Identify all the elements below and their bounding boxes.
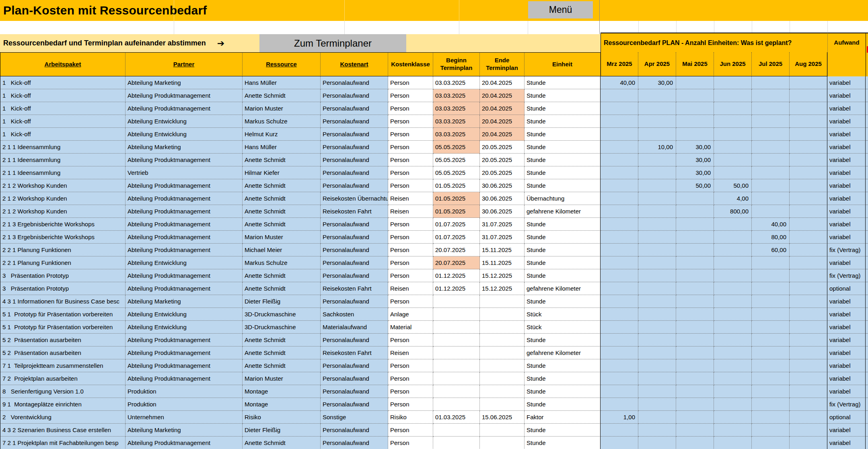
cell-arbeitspaket[interactable]: 3 Präsentation Prototyp (0, 269, 125, 282)
cell-monat-wert[interactable] (676, 115, 714, 128)
cell-monat-wert[interactable] (752, 346, 790, 359)
cell-monat-wert[interactable]: 80,00 (752, 231, 790, 244)
cell-ressource[interactable]: Marion Muster (243, 102, 321, 115)
cell-monat-wert[interactable] (752, 154, 790, 166)
cell-aufwand[interactable]: variabel (827, 128, 866, 141)
cell-monat-wert[interactable] (676, 398, 714, 411)
cell-kostenklasse[interactable]: Person (388, 334, 433, 346)
cell-ressource[interactable]: Anette Schmidt (243, 89, 321, 102)
cell-monat-wert[interactable] (790, 192, 827, 205)
cell-einheit[interactable]: Stunde (525, 244, 601, 256)
cell-monat-wert[interactable] (676, 218, 714, 231)
cell-arbeitspaket[interactable]: 2 1 3 Ergebnisberichte Workshops (0, 218, 125, 231)
cell-kostenart[interactable]: Personalaufwand (321, 76, 388, 89)
cell-ende-terminplan[interactable]: 20.04.2025 (480, 89, 525, 102)
cell-ende-terminplan[interactable]: 15.12.2025 (480, 269, 525, 282)
cell-einheit[interactable]: gefahrene Kilometer (525, 205, 601, 218)
cell-monat-wert[interactable] (714, 256, 752, 269)
cell-kostenart[interactable]: Personalaufwand (321, 89, 388, 102)
cell-monat-wert[interactable] (638, 398, 676, 411)
cell-aufwand[interactable]: variabel (827, 295, 866, 308)
cell-beginn-terminplan[interactable]: 01.03.2025 (433, 411, 480, 424)
cell-monat-wert[interactable] (790, 334, 827, 346)
cell-beginn-terminplan[interactable] (433, 346, 480, 359)
cell-kostenart[interactable]: Reisekosten Fahrt (321, 282, 388, 295)
cell-ende-terminplan[interactable] (480, 398, 525, 411)
cell-partner[interactable]: Abteilung Entwicklung (125, 256, 243, 269)
cell-einheit[interactable]: Stunde (525, 166, 601, 179)
cell-monat-wert[interactable] (601, 205, 638, 218)
cell-einheit[interactable]: Stunde (525, 89, 601, 102)
cell-einheit[interactable]: Stunde (525, 398, 601, 411)
cell-monat-wert[interactable] (790, 359, 827, 372)
cell-monat-wert[interactable] (790, 141, 827, 154)
cell-monat-wert[interactable] (790, 231, 827, 244)
cell-arbeitspaket[interactable]: 7 1 Teilprojektteam zusammenstellen (0, 359, 125, 372)
cell-monat-wert[interactable] (601, 308, 638, 321)
cell-monat-wert[interactable] (714, 437, 752, 449)
cell-ressource[interactable]: Anette Schmidt (243, 269, 321, 282)
cell-beginn-terminplan[interactable]: 03.03.2025 (433, 102, 480, 115)
cell-monat-wert[interactable] (714, 321, 752, 334)
cell-monat-wert[interactable] (752, 359, 790, 372)
cell-ressource[interactable]: Marion Muster (243, 231, 321, 244)
cell-arbeitspaket[interactable]: 2 1 2 Workshop Kunden (0, 179, 125, 192)
cell-monat-wert[interactable] (676, 231, 714, 244)
cell-ressource[interactable]: Anette Schmidt (243, 359, 321, 372)
cell-monat-wert[interactable] (601, 166, 638, 179)
cell-ressource[interactable]: Hilmar Kiefer (243, 166, 321, 179)
cell-beginn-terminplan[interactable]: 20.07.2025 (433, 244, 480, 256)
cell-monat-wert[interactable] (638, 205, 676, 218)
cell-kostenklasse[interactable]: Person (388, 244, 433, 256)
cell-kostenart[interactable]: Personalaufwand (321, 115, 388, 128)
column-header-month[interactable]: Apr 2025 (638, 52, 676, 76)
cell-partner[interactable]: Abteilung Produktmanagement (125, 102, 243, 115)
cell-arbeitspaket[interactable]: 5 1 Prototyp für Präsentation vorbereite… (0, 321, 125, 334)
cell-monat-wert[interactable]: 50,00 (676, 179, 714, 192)
cell-kostenklasse[interactable]: Person (388, 372, 433, 385)
cell-monat-wert[interactable] (790, 424, 827, 437)
cell-arbeitspaket[interactable]: 2 1 1 Ideensammlung (0, 154, 125, 166)
column-header-month[interactable]: Jun 2025 (714, 52, 752, 76)
cell-monat-wert[interactable] (714, 141, 752, 154)
cell-ressource[interactable]: Anette Schmidt (243, 437, 321, 449)
cell-monat-wert[interactable] (790, 346, 827, 359)
cell-aufwand[interactable]: variabel (827, 218, 866, 231)
cell-aufwand[interactable]: variabel (827, 437, 866, 449)
terminplaner-button[interactable]: Zum Terminplaner (259, 34, 406, 52)
cell-monat-wert[interactable] (752, 102, 790, 115)
cell-arbeitspaket[interactable]: 2 1 2 Workshop Kunden (0, 205, 125, 218)
cell-ende-terminplan[interactable]: 15.12.2025 (480, 282, 525, 295)
cell-monat-wert[interactable]: 50,00 (714, 179, 752, 192)
column-header-kostenart[interactable]: Kostenart (321, 52, 388, 76)
cell-monat-wert[interactable] (790, 166, 827, 179)
cell-aufwand[interactable]: variabel (827, 334, 866, 346)
cell-kostenart[interactable]: Personalaufwand (321, 218, 388, 231)
cell-partner[interactable]: Abteilung Marketing (125, 424, 243, 437)
cell-beginn-terminplan[interactable]: 01.07.2025 (433, 231, 480, 244)
cell-monat-wert[interactable] (676, 102, 714, 115)
cell-kostenart[interactable]: Personalaufwand (321, 385, 388, 398)
cell-kostenklasse[interactable]: Reisen (388, 205, 433, 218)
cell-einheit[interactable]: Stunde (525, 218, 601, 231)
cell-aufwand[interactable]: variabel (827, 321, 866, 334)
cell-aufwand[interactable]: variabel (827, 205, 866, 218)
cell-monat-wert[interactable] (638, 269, 676, 282)
cell-monat-wert[interactable] (714, 282, 752, 295)
cell-ende-terminplan[interactable]: 15.11.2025 (480, 256, 525, 269)
cell-monat-wert[interactable] (638, 295, 676, 308)
cell-kostenart[interactable]: Personalaufwand (321, 154, 388, 166)
cell-monat-wert[interactable] (638, 372, 676, 385)
cell-partner[interactable]: Abteilung Produktmanagement (125, 244, 243, 256)
cell-monat-wert[interactable] (790, 102, 827, 115)
cell-monat-wert[interactable] (601, 179, 638, 192)
column-header-month[interactable]: Aug 2025 (790, 52, 827, 76)
cell-ressource[interactable]: Montage (243, 398, 321, 411)
cell-monat-wert[interactable]: 800,00 (714, 205, 752, 218)
cell-arbeitspaket[interactable]: 5 2 Präsentation ausarbeiten (0, 346, 125, 359)
cell-monat-wert[interactable] (752, 128, 790, 141)
cell-kostenklasse[interactable]: Person (388, 115, 433, 128)
cell-kostenklasse[interactable]: Risiko (388, 411, 433, 424)
cell-monat-wert[interactable] (638, 231, 676, 244)
cell-beginn-terminplan[interactable]: 01.12.2025 (433, 269, 480, 282)
